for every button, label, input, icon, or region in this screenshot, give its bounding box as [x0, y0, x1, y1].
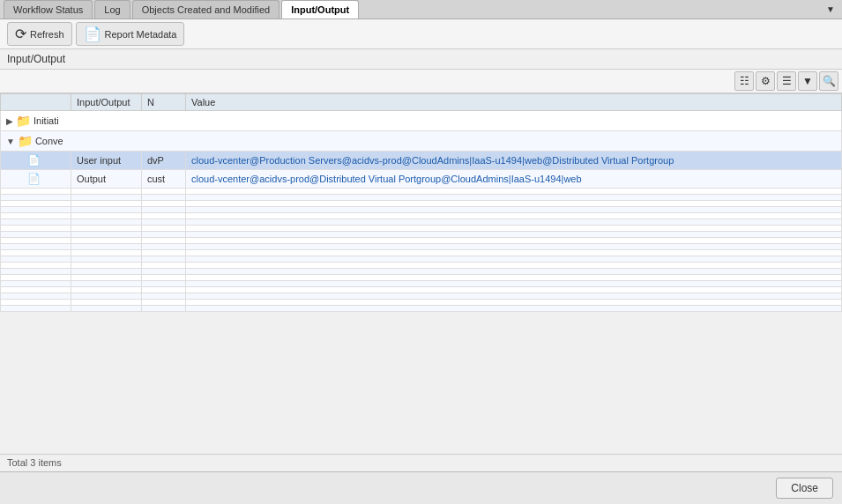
- empty-row: [1, 256, 842, 263]
- table-row[interactable]: ▶ 📁 Initiati: [1, 111, 842, 131]
- table-row[interactable]: 📄 Output cust cloud-vcenter@acidvs-prod@…: [1, 170, 842, 189]
- col-tree: [1, 94, 71, 111]
- tree-arrow[interactable]: ▼: [6, 137, 15, 146]
- toolbar: ⟳ Refresh 📄 Report Metadata: [0, 19, 842, 49]
- empty-row: [1, 281, 842, 287]
- filter-grid-btn[interactable]: ☷: [734, 71, 754, 91]
- empty-row: [1, 226, 842, 232]
- col-value: Value: [186, 94, 842, 111]
- tab-input-output[interactable]: Input/Output: [281, 0, 359, 19]
- filter-settings-btn[interactable]: ⚙: [756, 71, 775, 91]
- tab-bar: Workflow StatusLogObjects Created and Mo…: [0, 0, 842, 19]
- empty-row: [1, 275, 842, 281]
- section-title: Input/Output: [0, 49, 842, 70]
- tree-cell[interactable]: 📄: [1, 170, 71, 189]
- col-name: N: [142, 94, 186, 111]
- name-cell: cust: [142, 170, 186, 189]
- col-input-output: Input/Output: [71, 94, 142, 111]
- input-output-cell: Output: [71, 170, 142, 189]
- table-row[interactable]: ▼ 📁 Conve: [1, 131, 842, 152]
- folder-label: Conve: [35, 136, 63, 146]
- close-button[interactable]: Close: [776, 478, 833, 499]
- refresh-icon: ⟳: [15, 26, 26, 42]
- table-row[interactable]: 📄 User input dvP cloud-vcenter@Productio…: [1, 152, 842, 170]
- table-container: Input/Output N Value ▶ 📁 Initiati ▼ 📁: [0, 93, 842, 454]
- value-cell: cloud-vcenter@acidvs-prod@Distributed Vi…: [186, 170, 842, 189]
- filter-icons: ☷ ⚙ ☰ ▼ 🔍: [734, 71, 838, 91]
- filter-dropdown-btn[interactable]: ▼: [798, 71, 817, 91]
- filter-bar: ☷ ⚙ ☰ ▼ 🔍: [0, 70, 842, 93]
- report-label: Report Metadata: [105, 29, 177, 40]
- filter-search-btn[interactable]: 🔍: [819, 71, 838, 91]
- folder-icon: 📁: [18, 134, 33, 148]
- tab-log[interactable]: Log: [94, 0, 130, 19]
- tab-objects-created[interactable]: Objects Created and Modified: [132, 0, 280, 19]
- file-icon: 📄: [27, 173, 41, 185]
- footer: Close: [0, 471, 842, 504]
- tree-arrow[interactable]: ▶: [6, 116, 13, 126]
- empty-row: [1, 219, 842, 226]
- empty-row: [1, 263, 842, 269]
- empty-row: [1, 269, 842, 275]
- empty-row: [1, 293, 842, 300]
- empty-row: [1, 195, 842, 201]
- folder-cell[interactable]: ▶ 📁 Initiati: [1, 111, 842, 131]
- status-text: Total 3 items: [7, 457, 62, 468]
- name-cell: dvP: [142, 152, 186, 170]
- filter-list-btn[interactable]: ☰: [777, 71, 796, 91]
- tab-workflow-status[interactable]: Workflow Status: [4, 0, 93, 19]
- empty-row: [1, 244, 842, 250]
- empty-row: [1, 300, 842, 306]
- status-bar: Total 3 items: [0, 454, 842, 471]
- empty-row: [1, 189, 842, 195]
- empty-row: [1, 238, 842, 244]
- tree-cell[interactable]: 📄: [1, 152, 71, 170]
- file-icon: 📄: [27, 154, 41, 167]
- refresh-label: Refresh: [30, 29, 64, 40]
- folder-icon: 📁: [16, 114, 31, 128]
- input-output-cell: User input: [71, 152, 142, 170]
- data-table: Input/Output N Value ▶ 📁 Initiati ▼ 📁: [0, 93, 842, 312]
- value-cell: cloud-vcenter@Production Servers@acidvs-…: [186, 152, 842, 170]
- folder-cell[interactable]: ▼ 📁 Conve: [1, 131, 842, 152]
- empty-row: [1, 306, 842, 312]
- refresh-button[interactable]: ⟳ Refresh: [7, 22, 72, 46]
- empty-row: [1, 232, 842, 238]
- empty-row: [1, 201, 842, 207]
- tab-scroll-arrow[interactable]: ▼: [823, 2, 838, 18]
- empty-row: [1, 207, 842, 213]
- empty-row: [1, 213, 842, 219]
- report-metadata-button[interactable]: 📄 Report Metadata: [76, 22, 185, 46]
- empty-row: [1, 250, 842, 256]
- empty-row: [1, 287, 842, 293]
- folder-label: Initiati: [34, 115, 59, 126]
- report-icon: 📄: [84, 26, 101, 42]
